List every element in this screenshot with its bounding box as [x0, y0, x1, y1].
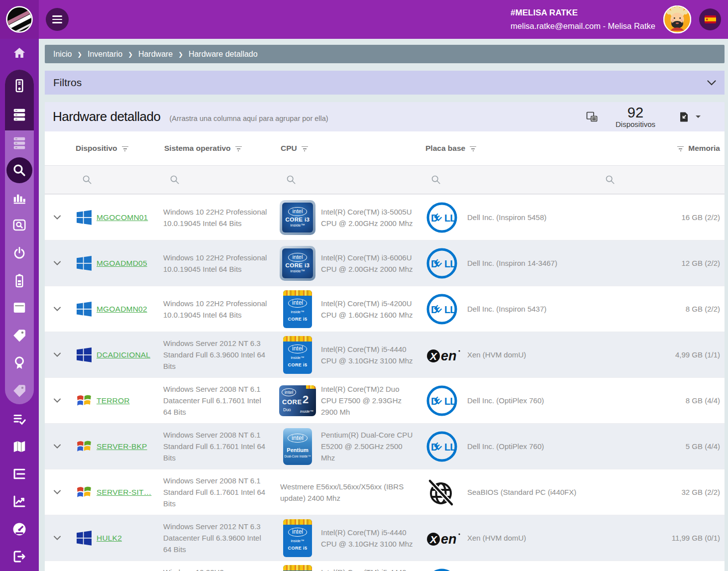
filter-input-sistema-operativo[interactable] — [162, 175, 279, 185]
sidebar-item-dashboard[interactable] — [0, 515, 39, 543]
column-header-placa-base[interactable]: Placa base — [420, 144, 597, 153]
memory-cell: 8 GB (2/2) — [597, 303, 720, 315]
avatar-image — [663, 5, 691, 33]
breadcrumb-inicio[interactable]: Inicio — [53, 50, 88, 59]
device-link[interactable]: SERVER-SIT… — [97, 488, 151, 497]
sidebar-item-battery[interactable] — [0, 266, 39, 294]
row-expand-button[interactable] — [52, 350, 63, 359]
filter-icon[interactable] — [677, 145, 684, 152]
windows-classic-icon — [76, 484, 93, 501]
sidebar-item-storage[interactable] — [0, 211, 39, 239]
sidebar-item-power[interactable] — [0, 239, 39, 267]
sidebar-item-logout[interactable] — [0, 543, 39, 571]
app-logo[interactable] — [0, 0, 39, 39]
export-button[interactable] — [679, 112, 701, 122]
xen-logo: Xen — [425, 344, 465, 365]
svg-text:X: X — [429, 350, 438, 361]
column-label: Sistema operativo — [164, 144, 231, 153]
svg-text:en: en — [441, 532, 457, 547]
line-chart-icon — [12, 494, 27, 509]
device-link[interactable]: TERROR — [97, 396, 130, 405]
org-chart-icon — [12, 466, 27, 481]
export-dropdown-caret[interactable] — [696, 115, 701, 118]
sidebar-item-reports[interactable] — [0, 460, 39, 488]
cpu-badge-core-i5: intelinside™CORE i5 — [279, 565, 316, 571]
filter-input-placa-base[interactable] — [420, 175, 597, 185]
search-icon — [170, 175, 180, 185]
sidebar-item-software[interactable] — [0, 294, 39, 322]
row-expand-button[interactable] — [52, 305, 63, 313]
sidebar-item-hardware[interactable] — [0, 101, 39, 128]
os-cell: Windows 10 22H2 Professional 10.0.19045 … — [163, 252, 269, 275]
filters-panel-header[interactable]: Filtros — [45, 71, 725, 95]
os-cell: Windows 10 22H2 Professional 10.0.19045 … — [163, 298, 269, 321]
device-link[interactable]: DCADICIONAL — [97, 350, 150, 359]
memory-cell — [597, 567, 720, 571]
table-row: MGOADMN02 Windows 10 22H2 Professional 1… — [45, 286, 725, 332]
device-link[interactable]: SERVER-BKP — [97, 442, 147, 451]
sidebar-item-search[interactable] — [0, 156, 39, 184]
filter-input-memoria[interactable] — [597, 175, 725, 185]
sidebar-item-licenses[interactable] — [0, 349, 39, 377]
column-label: Memoria — [688, 144, 720, 153]
table-filter-row — [45, 165, 725, 194]
sidebar-item-home[interactable] — [0, 39, 39, 67]
board-cell: Dell Inc. (OptiPlex 760) — [467, 441, 544, 452]
menu-toggle-button[interactable] — [46, 8, 69, 31]
sidebar-item-tags[interactable] — [0, 322, 39, 349]
filter-input-cpu[interactable] — [279, 175, 420, 185]
filters-title: Filtros — [53, 77, 82, 89]
topbar: #MELISA RATKE melisa.ratke@email.com - M… — [0, 0, 728, 39]
sidebar-item-devices[interactable] — [0, 72, 39, 100]
row-expand-button[interactable] — [52, 534, 63, 542]
filter-icon[interactable] — [302, 145, 308, 152]
filter-icon[interactable] — [235, 145, 242, 152]
sidebar-item-tags-alt[interactable] — [0, 377, 39, 405]
sidebar-item-hardware-detail[interactable] — [0, 129, 39, 157]
device-link[interactable]: MGOADMD05 — [97, 259, 147, 268]
cpu-cell: Pentium(R) Dual-Core CPU E5200 @ 2.50GHz… — [321, 429, 416, 463]
cpu-cell: Westmere E56xx/L56xx/X56xx (IBRS update)… — [280, 481, 412, 504]
row-expand-button[interactable] — [52, 442, 63, 451]
sidebar-item-tasks[interactable] — [0, 405, 39, 433]
filter-input-dispositivo[interactable] — [70, 175, 162, 185]
filter-icon[interactable] — [470, 145, 476, 152]
sidebar-item-analytics[interactable] — [0, 487, 39, 515]
row-expand-button[interactable] — [52, 396, 63, 405]
column-chooser-button[interactable] — [586, 112, 598, 122]
os-cell: Windows Server 2012 NT 6.3 Standard Full… — [163, 338, 269, 372]
cpu-badge-pentium: intelPentiumDual-Core inside™ — [279, 428, 316, 465]
column-header-dispositivo[interactable]: Dispositivo — [70, 144, 162, 153]
device-link[interactable]: MGOADMN02 — [97, 305, 147, 314]
row-expand-button[interactable] — [52, 213, 63, 222]
main-content: Inicio Inventario Hardware Hardware deta… — [39, 39, 728, 571]
language-selector-button[interactable] — [699, 8, 721, 30]
user-info: #MELISA RATKE melisa.ratke@email.com - M… — [511, 6, 655, 32]
sidebar-item-map[interactable] — [0, 433, 39, 460]
device-link[interactable]: MGOCOMN01 — [97, 213, 148, 222]
windows-10-icon — [76, 301, 93, 318]
filter-icon[interactable] — [122, 145, 128, 152]
app-logo-icon — [6, 6, 33, 33]
device-link[interactable]: HULK2 — [97, 534, 122, 543]
chevron-down-icon[interactable] — [707, 80, 716, 86]
device-count-number: 92 — [611, 105, 660, 120]
memory-cell: 5 GB (4/4) — [597, 441, 720, 452]
row-expand-button[interactable] — [52, 488, 63, 496]
svg-text:X: X — [429, 533, 438, 545]
dell-logo: DELL — [425, 430, 465, 463]
column-header-sistema-operativo[interactable]: Sistema operativo — [162, 144, 279, 153]
avatar[interactable] — [663, 5, 691, 33]
device-count: 92 Dispositivos — [611, 105, 660, 128]
home-icon — [12, 46, 27, 61]
memory-cell: 12 GB (2/2) — [597, 257, 720, 269]
column-header-cpu[interactable]: CPU — [279, 144, 420, 153]
row-expand-button[interactable] — [52, 259, 63, 267]
power-icon — [12, 245, 27, 260]
cpu-badge-core-i5: intelinside™CORE i5 — [279, 519, 316, 557]
column-header-memoria[interactable]: Memoria — [597, 144, 725, 153]
sidebar-item-statistics[interactable] — [0, 184, 39, 212]
tag-icon — [12, 328, 27, 343]
breadcrumb-hardware[interactable]: Hardware — [138, 50, 189, 59]
breadcrumb-inventario[interactable]: Inventario — [88, 50, 138, 59]
